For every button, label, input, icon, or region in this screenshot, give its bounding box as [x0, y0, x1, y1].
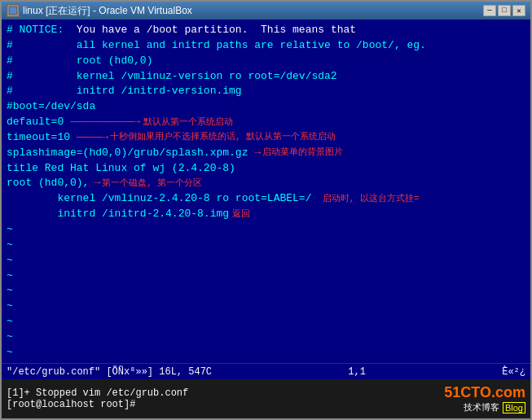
line-root: root (hd0,0), → 第一个磁盘, 第一个分区: [7, 176, 525, 191]
encoding-info: È«²¿: [502, 366, 525, 378]
footer-bar: [1]+ Stopped vim /etc/grub.conf [root@lo…: [2, 379, 530, 418]
status-bar: "/etc/grub.conf" [ÕÑx⁸»»] 16L, 547C 1,1 …: [2, 363, 530, 379]
brand-sub-text: 技术博客: [464, 401, 499, 413]
cursor-position: 1,1: [348, 366, 366, 378]
title-bar: linux [正在运行] - Oracle VM VirtualBox ─ □ …: [2, 2, 530, 20]
brand-51cto: 51CTO.com: [444, 384, 525, 401]
brand-sub-line: 技术博客 Blog: [464, 401, 525, 413]
window-title: linux [正在运行] - Oracle VM VirtualBox: [23, 4, 192, 18]
close-button[interactable]: ✕: [512, 5, 525, 16]
annotation-default: 默认从第一个系统启动: [143, 116, 233, 129]
line-empty9: ~: [7, 345, 525, 361]
annotation-splash: 启动菜单的背景图片: [262, 147, 343, 160]
footer-right: 51CTO.com 技术博客 Blog: [444, 384, 525, 413]
line-initrd: initrd /initrd-2.4.20-8.img 返回: [7, 207, 525, 222]
title-bar-buttons: ─ □ ✕: [483, 5, 525, 16]
line-empty8: ~: [7, 330, 525, 345]
line-empty6: ~: [7, 299, 525, 314]
maximize-button[interactable]: □: [498, 5, 511, 16]
minimize-button[interactable]: ─: [483, 5, 496, 16]
line-empty4: ~: [7, 269, 525, 284]
svg-rect-1: [10, 7, 16, 14]
line-kernel: kernel /vmlinuz-2.4.20-8 ro root=LABEL=/…: [7, 191, 525, 207]
line-timeout: timeout=10 ————→ 十秒倒如果用户不选择系统的话, 默认从第一个系…: [7, 130, 525, 146]
line-empty5: ~: [7, 283, 525, 299]
line-notice5: # initrd /initrd-version.img: [7, 84, 525, 99]
annotation-timeout: 十秒倒如果用户不选择系统的话, 默认从第一个系统启动: [110, 131, 336, 144]
window-frame: linux [正在运行] - Oracle VM VirtualBox ─ □ …: [0, 0, 532, 420]
file-info: "/etc/grub.conf" [ÕÑx⁸»»] 16L, 547C: [7, 365, 212, 378]
line-empty3: ~: [7, 253, 525, 269]
line-notice1: # NOTICE: You have a /boot partition. Th…: [7, 23, 525, 38]
terminal-area[interactable]: # NOTICE: You have a /boot partition. Th…: [2, 20, 530, 363]
title-bar-left: linux [正在运行] - Oracle VM VirtualBox: [7, 4, 192, 18]
line-empty7: ~: [7, 314, 525, 330]
line-splash: splashimage=(hd0,0)/grub/splash.xpm.gz →…: [7, 146, 525, 161]
stopped-line: [1]+ Stopped vim /etc/grub.conf: [7, 387, 188, 399]
line-notice4: # kernel /vmlinuz-version ro root=/dev/s…: [7, 69, 525, 85]
line-empty2: ~: [7, 238, 525, 253]
line-default: default=0 ——————————→ 默认从第一个系统启动: [7, 115, 525, 130]
line-empty10: ~: [7, 361, 525, 363]
line-notice3: # root (hd0,0): [7, 54, 525, 69]
blog-label: Blog: [503, 402, 525, 413]
line-title: title Red Hat Linux of wj (2.4.20-8): [7, 161, 525, 177]
line-boot: #boot=/dev/sda: [7, 99, 525, 115]
line-notice2: # all kernel and initrd paths are relati…: [7, 38, 525, 54]
footer-left: [1]+ Stopped vim /etc/grub.conf [root@lo…: [7, 387, 188, 410]
prompt-line: [root@localhost root]#: [7, 399, 188, 410]
vm-icon: [7, 4, 20, 17]
line-empty1: ~: [7, 222, 525, 238]
annotation-root: 第一个磁盘, 第一个分区: [102, 177, 202, 190]
